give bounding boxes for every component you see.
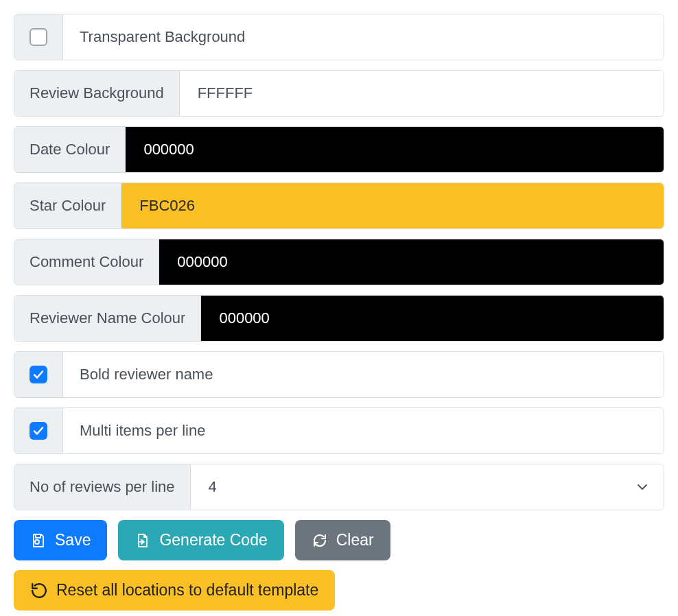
- transparent-background-checkbox[interactable]: [30, 28, 47, 46]
- reviews-per-line-select[interactable]: 4: [191, 464, 664, 510]
- date-colour-label: Date Colour: [14, 127, 126, 172]
- review-background-row: Review Background: [14, 70, 664, 117]
- clear-button[interactable]: Clear: [295, 520, 390, 560]
- review-background-label: Review Background: [14, 71, 180, 116]
- date-colour-row: Date Colour: [14, 126, 664, 173]
- save-button-label: Save: [55, 531, 91, 549]
- refresh-icon: [312, 532, 328, 549]
- save-icon: [30, 532, 47, 549]
- generate-code-button-label: Generate Code: [159, 531, 267, 549]
- generate-code-button[interactable]: Generate Code: [118, 520, 283, 560]
- star-colour-row: Star Colour: [14, 182, 664, 229]
- checkbox-cell: [14, 408, 63, 453]
- button-row-reset: Reset all locations to default template: [14, 570, 664, 611]
- comment-colour-row: Comment Colour: [14, 239, 664, 285]
- check-icon: [33, 425, 44, 436]
- reviews-per-line-value: 4: [191, 464, 664, 510]
- comment-colour-label: Comment Colour: [14, 239, 159, 285]
- bold-reviewer-name-row: Bold reviewer name: [14, 351, 664, 398]
- multi-items-row: Multi items per line: [14, 407, 664, 454]
- clear-button-label: Clear: [336, 531, 374, 549]
- reviews-per-line-row: No of reviews per line 4: [14, 464, 664, 510]
- star-colour-input[interactable]: [121, 183, 664, 228]
- button-row: Save Generate Code Clear: [14, 520, 664, 560]
- bold-reviewer-name-label: Bold reviewer name: [63, 352, 664, 397]
- review-background-input[interactable]: [180, 71, 664, 116]
- bold-reviewer-name-checkbox[interactable]: [30, 366, 47, 383]
- transparent-background-row: Transparent Background: [14, 14, 664, 60]
- reset-button-label: Reset all locations to default template: [56, 581, 318, 600]
- transparent-background-label: Transparent Background: [63, 14, 664, 60]
- reset-button[interactable]: Reset all locations to default template: [14, 570, 335, 611]
- reviewer-name-colour-input[interactable]: [201, 296, 664, 341]
- check-icon: [33, 369, 44, 380]
- multi-items-checkbox[interactable]: [30, 422, 47, 440]
- comment-colour-input[interactable]: [159, 239, 664, 285]
- reviewer-name-colour-label: Reviewer Name Colour: [14, 296, 201, 341]
- reviews-per-line-label: No of reviews per line: [14, 464, 191, 510]
- rotate-icon: [30, 582, 48, 600]
- save-button[interactable]: Save: [14, 520, 107, 560]
- date-colour-input[interactable]: [126, 127, 664, 172]
- checkbox-cell: [14, 14, 63, 60]
- file-export-icon: [135, 532, 151, 549]
- reviewer-name-colour-row: Reviewer Name Colour: [14, 295, 664, 342]
- multi-items-label: Multi items per line: [63, 408, 664, 453]
- checkbox-cell: [14, 352, 63, 397]
- star-colour-label: Star Colour: [14, 183, 121, 228]
